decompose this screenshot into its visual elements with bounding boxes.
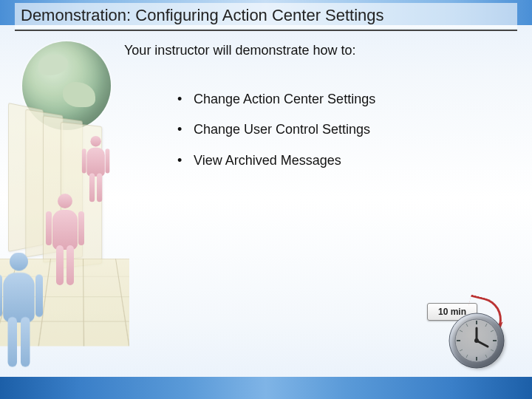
person-icon — [43, 194, 87, 290]
person-icon — [0, 253, 47, 373]
intro-text: Your instructor will demonstrate how to: — [124, 43, 355, 58]
slide: Demonstration: Configuring Action Center… — [0, 0, 532, 399]
bottom-stripe — [0, 377, 532, 399]
slide-title: Demonstration: Configuring Action Center… — [21, 6, 384, 25]
bullet-item: View Archived Messages — [177, 146, 375, 176]
clock-icon — [448, 312, 505, 369]
timer-badge: 10 min — [427, 303, 505, 369]
bullet-list: Change Action Center Settings Change Use… — [148, 84, 375, 176]
decorative-art — [0, 33, 129, 377]
bullet-item: Change Action Center Settings — [177, 84, 375, 115]
title-bar: Demonstration: Configuring Action Center… — [15, 3, 517, 28]
title-underline — [15, 30, 517, 31]
bullet-item: Change User Control Settings — [177, 115, 375, 145]
